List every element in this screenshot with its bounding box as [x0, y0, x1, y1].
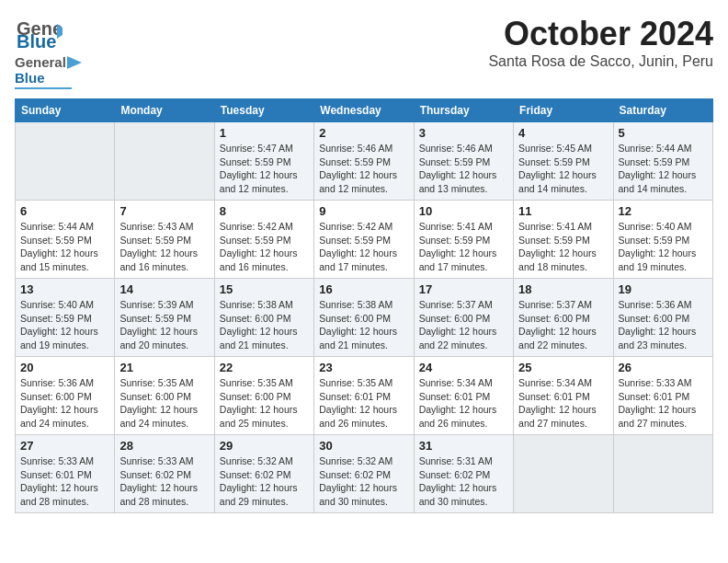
- day-info: Sunrise: 5:31 AM Sunset: 6:02 PM Dayligh…: [419, 454, 508, 509]
- svg-text:Blue: Blue: [17, 31, 56, 52]
- day-number: 6: [20, 204, 109, 218]
- day-number: 1: [220, 126, 309, 140]
- day-info: Sunrise: 5:35 AM Sunset: 6:00 PM Dayligh…: [119, 376, 209, 431]
- day-info: Sunrise: 5:41 AM Sunset: 5:59 PM Dayligh…: [419, 220, 508, 274]
- day-number: 23: [319, 361, 408, 374]
- calendar-cell: 27Sunrise: 5:33 AM Sunset: 6:01 PM Dayli…: [16, 435, 115, 513]
- day-number: 10: [419, 204, 508, 218]
- logo-blue: Blue: [15, 71, 82, 86]
- day-info: Sunrise: 5:40 AM Sunset: 5:59 PM Dayligh…: [20, 298, 109, 352]
- calendar-cell: [115, 122, 214, 201]
- calendar-week-row: 6Sunrise: 5:44 AM Sunset: 5:59 PM Daylig…: [16, 201, 713, 279]
- day-number: 18: [518, 282, 608, 296]
- day-of-week-header: Friday: [514, 99, 613, 122]
- logo-general: General: [15, 55, 66, 71]
- day-info: Sunrise: 5:34 AM Sunset: 6:01 PM Dayligh…: [419, 376, 508, 431]
- day-of-week-header: Monday: [115, 99, 214, 122]
- day-info: Sunrise: 5:41 AM Sunset: 5:59 PM Dayligh…: [518, 220, 608, 274]
- calendar-week-row: 13Sunrise: 5:40 AM Sunset: 5:59 PM Dayli…: [16, 279, 713, 357]
- day-info: Sunrise: 5:45 AM Sunset: 5:59 PM Dayligh…: [518, 142, 608, 196]
- day-number: 7: [119, 204, 209, 218]
- day-info: Sunrise: 5:42 AM Sunset: 5:59 PM Dayligh…: [319, 220, 408, 274]
- day-info: Sunrise: 5:32 AM Sunset: 6:02 PM Dayligh…: [319, 454, 408, 509]
- logo-underline: [15, 87, 72, 89]
- day-info: Sunrise: 5:35 AM Sunset: 6:00 PM Dayligh…: [220, 376, 309, 431]
- day-info: Sunrise: 5:46 AM Sunset: 5:59 PM Dayligh…: [419, 142, 508, 196]
- day-number: 14: [119, 282, 209, 296]
- day-number: 20: [20, 361, 109, 374]
- day-info: Sunrise: 5:36 AM Sunset: 6:00 PM Dayligh…: [20, 376, 109, 431]
- day-info: Sunrise: 5:47 AM Sunset: 5:59 PM Dayligh…: [220, 142, 309, 196]
- day-info: Sunrise: 5:43 AM Sunset: 5:59 PM Dayligh…: [119, 220, 209, 274]
- calendar-cell: 16Sunrise: 5:38 AM Sunset: 6:00 PM Dayli…: [314, 279, 414, 357]
- day-number: 21: [119, 361, 209, 374]
- day-of-week-header: Sunday: [16, 99, 115, 122]
- day-number: 8: [220, 204, 309, 218]
- calendar-cell: 14Sunrise: 5:39 AM Sunset: 5:59 PM Dayli…: [115, 279, 214, 357]
- day-number: 2: [319, 126, 408, 140]
- logo-arrow-icon: [67, 56, 82, 69]
- calendar-cell: 24Sunrise: 5:34 AM Sunset: 6:01 PM Dayli…: [414, 357, 513, 435]
- calendar-cell: 18Sunrise: 5:37 AM Sunset: 6:00 PM Dayli…: [514, 279, 613, 357]
- day-number: 9: [319, 204, 408, 218]
- logo-icon: General Blue: [15, 15, 63, 55]
- day-number: 19: [619, 282, 708, 296]
- calendar-cell: 15Sunrise: 5:38 AM Sunset: 6:00 PM Dayli…: [214, 279, 313, 357]
- calendar-cell: 26Sunrise: 5:33 AM Sunset: 6:01 PM Dayli…: [613, 357, 712, 435]
- day-number: 5: [619, 126, 708, 140]
- day-number: 12: [619, 204, 708, 218]
- location-subtitle: Santa Rosa de Sacco, Junin, Peru: [488, 53, 713, 70]
- month-title: October 2024: [488, 15, 713, 53]
- day-info: Sunrise: 5:33 AM Sunset: 6:01 PM Dayligh…: [20, 454, 109, 509]
- day-info: Sunrise: 5:38 AM Sunset: 6:00 PM Dayligh…: [220, 298, 309, 352]
- calendar-cell: 7Sunrise: 5:43 AM Sunset: 5:59 PM Daylig…: [115, 201, 214, 279]
- day-of-week-header: Wednesday: [314, 99, 414, 122]
- day-info: Sunrise: 5:40 AM Sunset: 5:59 PM Dayligh…: [619, 220, 708, 274]
- title-block: October 2024 Santa Rosa de Sacco, Junin,…: [488, 15, 713, 70]
- day-info: Sunrise: 5:34 AM Sunset: 6:01 PM Dayligh…: [518, 376, 608, 431]
- calendar-cell: 17Sunrise: 5:37 AM Sunset: 6:00 PM Dayli…: [414, 279, 513, 357]
- calendar-header-row: SundayMondayTuesdayWednesdayThursdayFrid…: [16, 99, 713, 122]
- calendar-cell: 30Sunrise: 5:32 AM Sunset: 6:02 PM Dayli…: [314, 435, 414, 513]
- logo: General Blue General Blue: [15, 15, 82, 89]
- svg-marker-3: [67, 56, 82, 69]
- calendar-cell: 13Sunrise: 5:40 AM Sunset: 5:59 PM Dayli…: [16, 279, 115, 357]
- calendar-week-row: 1Sunrise: 5:47 AM Sunset: 5:59 PM Daylig…: [16, 122, 713, 201]
- calendar-table: SundayMondayTuesdayWednesdayThursdayFrid…: [15, 98, 713, 513]
- day-number: 31: [419, 439, 508, 453]
- day-info: Sunrise: 5:37 AM Sunset: 6:00 PM Dayligh…: [419, 298, 508, 352]
- day-of-week-header: Saturday: [613, 99, 712, 122]
- day-number: 22: [220, 361, 309, 374]
- day-number: 29: [220, 439, 309, 453]
- day-number: 26: [619, 361, 708, 374]
- calendar-cell: 23Sunrise: 5:35 AM Sunset: 6:01 PM Dayli…: [314, 357, 414, 435]
- calendar-cell: 9Sunrise: 5:42 AM Sunset: 5:59 PM Daylig…: [314, 201, 414, 279]
- day-number: 25: [518, 361, 608, 374]
- day-number: 15: [220, 282, 309, 296]
- calendar-cell: 31Sunrise: 5:31 AM Sunset: 6:02 PM Dayli…: [414, 435, 513, 513]
- calendar-cell: 21Sunrise: 5:35 AM Sunset: 6:00 PM Dayli…: [115, 357, 214, 435]
- day-info: Sunrise: 5:36 AM Sunset: 6:00 PM Dayligh…: [619, 298, 708, 352]
- calendar-cell: 22Sunrise: 5:35 AM Sunset: 6:00 PM Dayli…: [214, 357, 313, 435]
- calendar-cell: 5Sunrise: 5:44 AM Sunset: 5:59 PM Daylig…: [613, 122, 712, 201]
- calendar-cell: 20Sunrise: 5:36 AM Sunset: 6:00 PM Dayli…: [16, 357, 115, 435]
- calendar-cell: [613, 435, 712, 513]
- calendar-cell: 2Sunrise: 5:46 AM Sunset: 5:59 PM Daylig…: [314, 122, 414, 201]
- calendar-cell: 12Sunrise: 5:40 AM Sunset: 5:59 PM Dayli…: [613, 201, 712, 279]
- day-info: Sunrise: 5:33 AM Sunset: 6:02 PM Dayligh…: [119, 454, 209, 509]
- day-info: Sunrise: 5:37 AM Sunset: 6:00 PM Dayligh…: [518, 298, 608, 352]
- calendar-week-row: 27Sunrise: 5:33 AM Sunset: 6:01 PM Dayli…: [16, 435, 713, 513]
- day-info: Sunrise: 5:35 AM Sunset: 6:01 PM Dayligh…: [319, 376, 408, 431]
- calendar-cell: 10Sunrise: 5:41 AM Sunset: 5:59 PM Dayli…: [414, 201, 513, 279]
- calendar-cell: 19Sunrise: 5:36 AM Sunset: 6:00 PM Dayli…: [613, 279, 712, 357]
- day-number: 3: [419, 126, 508, 140]
- calendar-cell: 25Sunrise: 5:34 AM Sunset: 6:01 PM Dayli…: [514, 357, 613, 435]
- day-info: Sunrise: 5:42 AM Sunset: 5:59 PM Dayligh…: [220, 220, 309, 274]
- calendar-week-row: 20Sunrise: 5:36 AM Sunset: 6:00 PM Dayli…: [16, 357, 713, 435]
- day-number: 13: [20, 282, 109, 296]
- day-number: 4: [518, 126, 608, 140]
- calendar-cell: 6Sunrise: 5:44 AM Sunset: 5:59 PM Daylig…: [16, 201, 115, 279]
- day-number: 30: [319, 439, 408, 453]
- day-info: Sunrise: 5:39 AM Sunset: 5:59 PM Dayligh…: [119, 298, 209, 352]
- day-info: Sunrise: 5:32 AM Sunset: 6:02 PM Dayligh…: [220, 454, 309, 509]
